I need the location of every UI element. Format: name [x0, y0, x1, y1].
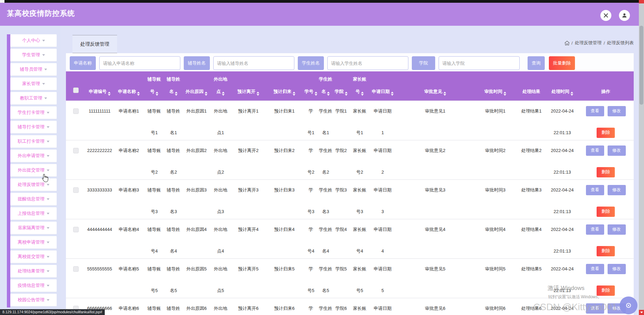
column-header-7[interactable]: 预计离开: [231, 71, 266, 101]
column-header-13[interactable]: 申请日期: [370, 71, 396, 101]
edit-button[interactable]: 修改: [608, 224, 626, 235]
tab-processing-feedback[interactable]: 处理反馈管理: [72, 35, 117, 53]
column-header-17[interactable]: 处理时间: [547, 71, 578, 101]
sidebar-item-5[interactable]: 教职工管理: [10, 92, 57, 105]
row-checkbox[interactable]: [73, 108, 79, 114]
delete-button[interactable]: 删除: [597, 285, 615, 296]
scrollbar-thumb[interactable]: [640, 26, 643, 105]
sort-icon: [504, 92, 506, 96]
view-button[interactable]: 查看: [586, 264, 604, 274]
scrollbar-up-arrow[interactable]: [639, 0, 644, 3]
view-button[interactable]: 查看: [586, 224, 604, 235]
sidebar-item-11[interactable]: 处理反馈管理: [10, 178, 57, 191]
sidebar-item-6[interactable]: 学生打卡管理: [10, 106, 57, 119]
row-select-cell: [66, 140, 86, 179]
cell: 预计离开2: [231, 140, 266, 179]
breadcrumb-separator: /: [572, 40, 573, 46]
view-button[interactable]: 查看: [586, 145, 604, 156]
column-header-12[interactable]: 家长账号: [350, 71, 370, 101]
sidebar-item-15[interactable]: 离校申请管理: [10, 236, 57, 249]
sidebar-item-label: 学生管理: [22, 52, 40, 58]
delete-button[interactable]: 删除: [597, 128, 615, 138]
column-header-label: 学号: [305, 89, 314, 94]
windows-activate-watermark: 激活 Windows: [547, 284, 585, 292]
sidebar-item-17[interactable]: 处理结果管理: [10, 265, 57, 278]
edit-button[interactable]: 修改: [608, 145, 626, 156]
filter-input-4[interactable]: [439, 56, 520, 70]
sidebar-item-3[interactable]: 辅导员管理: [10, 63, 57, 76]
cell: 申请日期1: [370, 101, 396, 140]
home-icon[interactable]: [565, 41, 569, 45]
delete-button[interactable]: 删除: [597, 207, 615, 217]
header-close-button[interactable]: [600, 10, 611, 21]
row-checkbox[interactable]: [73, 148, 79, 153]
sidebar-item-2[interactable]: 学生管理: [10, 49, 57, 61]
search-button[interactable]: 查询: [528, 56, 545, 70]
delete-button[interactable]: 删除: [597, 246, 615, 256]
sidebar-item-14[interactable]: 居家隔离管理: [10, 222, 57, 234]
cell: 申请日期3: [370, 179, 396, 219]
sort-icon: [361, 92, 364, 96]
floating-widget-button[interactable]: [620, 296, 637, 314]
header-user-button[interactable]: [619, 10, 630, 21]
close-icon: [603, 13, 608, 18]
page-scrollbar[interactable]: [639, 0, 644, 315]
cell: 审批意见4: [396, 219, 475, 258]
sidebar-item-16[interactable]: 离校提交管理: [10, 250, 57, 263]
chevron-down-icon: [47, 213, 49, 214]
column-header-2[interactable]: 申请名称: [113, 71, 144, 101]
filter-input-2[interactable]: [213, 56, 294, 70]
row-checkbox[interactable]: [73, 187, 79, 193]
sidebar-item-7[interactable]: 辅导打卡管理: [10, 121, 57, 133]
batch-delete-button[interactable]: 批量删除: [549, 56, 575, 70]
column-header-8[interactable]: 预计归来: [266, 71, 303, 101]
scrollbar-down-arrow[interactable]: [639, 310, 644, 315]
column-header-1[interactable]: 申请编号: [86, 71, 113, 101]
edit-button[interactable]: 修改: [608, 264, 626, 274]
view-button[interactable]: 查看: [586, 106, 604, 116]
sidebar-menu: 个人中心学生管理辅导员管理家长管理教职工管理学生打卡管理辅导打卡管理职工打卡管理…: [10, 34, 57, 308]
cell: 审批时间5: [475, 258, 516, 298]
column-header-6[interactable]: 外出地点: [210, 71, 231, 101]
cell: 学生姓名3: [319, 179, 332, 219]
sidebar-item-19[interactable]: 校园公告管理: [10, 294, 57, 306]
sidebar-item-1[interactable]: 个人中心: [10, 34, 57, 47]
filter-input-1[interactable]: [99, 56, 180, 70]
column-header-9[interactable]: 学号: [303, 71, 319, 101]
delete-button[interactable]: 删除: [597, 167, 615, 177]
sidebar-item-12[interactable]: 提醒信息管理: [10, 193, 57, 206]
column-header-16: 处理结果: [516, 71, 547, 101]
sidebar-item-4[interactable]: 家长管理: [10, 78, 57, 90]
app-header: 某高校疫情防控系统: [0, 3, 644, 26]
cell: 审批意见6: [396, 298, 475, 315]
row-checkbox[interactable]: [73, 227, 79, 232]
cell: 学号2: [303, 140, 319, 179]
column-header-label: 家长账: [353, 77, 366, 82]
cell: 2222222222: [86, 140, 113, 179]
column-header-14[interactable]: 审批意见: [396, 71, 475, 101]
column-header-5[interactable]: 外出原因: [183, 71, 210, 101]
sidebar-item-18[interactable]: 疫情信息管理: [10, 279, 57, 292]
sidebar-item-8[interactable]: 职工打卡管理: [10, 135, 57, 148]
column-header-4[interactable]: 辅导姓名: [164, 71, 183, 101]
sidebar-item-9[interactable]: 外出申请管理: [10, 150, 57, 162]
row-checkbox[interactable]: [73, 266, 79, 272]
column-header-11[interactable]: 学院: [332, 71, 350, 101]
edit-button[interactable]: 修改: [608, 185, 626, 195]
select-all-checkbox[interactable]: [73, 88, 79, 93]
cell: 审批时间3: [475, 179, 516, 219]
sidebar-item-13[interactable]: 上报信息管理: [10, 207, 57, 220]
filter-input-3[interactable]: [327, 56, 408, 70]
cell: 预计离开1: [231, 101, 266, 140]
cell: 辅导账号3: [144, 179, 164, 219]
sidebar-item-10[interactable]: 外出提交管理: [10, 164, 57, 177]
column-header-15[interactable]: 审批时间: [475, 71, 516, 101]
filter-label-2: 辅导姓名: [184, 56, 210, 70]
column-header-3[interactable]: 辅导账号: [144, 71, 164, 101]
view-button[interactable]: 查看: [586, 185, 604, 195]
row-select-cell: [66, 258, 86, 298]
edit-button[interactable]: 修改: [608, 106, 626, 116]
column-header-10[interactable]: 学生姓名: [319, 71, 332, 101]
breadcrumb-item[interactable]: 处理反馈管理: [575, 40, 601, 46]
breadcrumb-item[interactable]: 处理反馈列表: [607, 40, 634, 46]
